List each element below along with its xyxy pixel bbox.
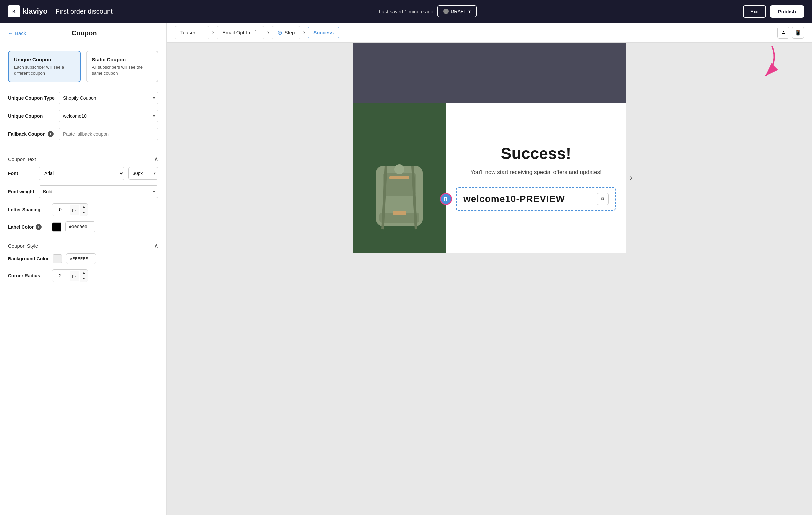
coupon-type-select[interactable]: Shopify Coupon Custom Coupon: [59, 92, 158, 104]
label-color-row: Label Color i #000000: [0, 221, 166, 232]
corner-radius-unit: px: [69, 271, 79, 281]
coupon-style-collapse-icon[interactable]: ∧: [154, 242, 158, 249]
coupon-box-wrapper: 🗑 welcome10-PREVIEW ⧉: [456, 187, 616, 211]
font-weight-row: Font weight Normal Bold Light SemiBold ▾: [0, 185, 166, 198]
svg-rect-8: [389, 176, 409, 179]
label-color-swatch[interactable]: [52, 222, 61, 231]
desktop-icon: 🖥: [781, 30, 786, 36]
static-coupon-card[interactable]: Static Coupon All subscribers will see t…: [86, 51, 158, 82]
corner-radius-up-arrow[interactable]: ▲: [80, 270, 88, 276]
tab-teaser-label: Teaser: [180, 30, 195, 35]
letter-spacing-row: Letter Spacing px ▲ ▼: [0, 203, 166, 216]
tab-arrow-1: ›: [212, 29, 214, 36]
popup-image-background: [353, 103, 446, 253]
label-color-label: Label Color i: [8, 224, 48, 230]
unique-coupon-label: Unique Coupon: [8, 113, 55, 119]
unique-coupon-select-wrapper: welcome10 summer20 fall15 ▾: [59, 110, 158, 122]
preview-area: Success! You'll now start receiving spec…: [167, 42, 812, 515]
side-expand-arrow[interactable]: ›: [630, 173, 633, 182]
tab-teaser[interactable]: Teaser ⋮: [175, 26, 209, 39]
coupon-text-title: Coupon Text: [8, 156, 36, 162]
label-color-hex: #000000: [65, 221, 95, 232]
form-section: Unique Coupon Type Shopify Coupon Custom…: [0, 89, 166, 151]
trash-icon: 🗑: [443, 196, 448, 202]
email-opt-in-dots-icon[interactable]: ⋮: [253, 29, 259, 36]
font-row: Font Arial Georgia Helvetica 20px 24px 3…: [0, 167, 166, 180]
success-subtitle: You'll now start receiving special offer…: [470, 168, 602, 176]
copy-icon: ⧉: [601, 196, 604, 202]
coupon-type-label: Unique Coupon Type: [8, 95, 55, 101]
tab-success-label: Success: [313, 30, 334, 35]
main-layout: ← Back Coupon Unique Coupon Each subscri…: [0, 23, 812, 515]
corner-radius-down-arrow[interactable]: ▼: [80, 276, 88, 282]
logo-text: klaviyo: [23, 7, 48, 16]
bg-color-row: Background Color #EEEEEE: [0, 253, 166, 264]
font-select[interactable]: Arial Georgia Helvetica: [39, 167, 124, 180]
unique-coupon-row: Unique Coupon welcome10 summer20 fall15 …: [8, 110, 158, 122]
static-coupon-desc: All subscribers will see the same coupon: [92, 64, 152, 76]
desktop-view-button[interactable]: 🖥: [777, 27, 789, 39]
coupon-type-row: Unique Coupon Type Shopify Coupon Custom…: [8, 92, 158, 104]
font-size-select[interactable]: 20px 24px 30px 36px: [128, 167, 158, 179]
letter-spacing-input[interactable]: [52, 204, 68, 215]
unique-coupon-select[interactable]: welcome10 summer20 fall15: [59, 110, 158, 122]
copy-coupon-button[interactable]: ⧉: [597, 193, 609, 205]
top-nav: K klaviyo First order discount Last save…: [0, 0, 812, 23]
view-icons: 🖥 📱: [777, 27, 804, 39]
bg-color-label: Background Color: [8, 256, 49, 261]
exit-button[interactable]: Exit: [743, 5, 766, 18]
nav-right: Exit Publish: [743, 5, 804, 18]
letter-spacing-label: Letter Spacing: [8, 207, 48, 212]
coupon-type-row: Unique Coupon Each subscriber will see a…: [0, 44, 166, 89]
font-weight-select-wrapper: Normal Bold Light SemiBold ▾: [39, 185, 158, 198]
letter-spacing-unit: px: [69, 204, 79, 215]
font-weight-label: Font weight: [8, 189, 35, 194]
fallback-coupon-input[interactable]: [59, 127, 158, 140]
tab-email-opt-in-label: Email Opt-In: [223, 30, 250, 35]
corner-radius-input[interactable]: [52, 270, 68, 281]
teaser-dots-icon[interactable]: ⋮: [198, 29, 204, 36]
mobile-view-button[interactable]: 📱: [792, 27, 804, 39]
tab-success[interactable]: Success: [308, 27, 339, 38]
back-arrow-icon: ←: [8, 30, 13, 36]
letter-spacing-down-arrow[interactable]: ▼: [80, 209, 88, 216]
nav-left: K klaviyo First order discount: [8, 5, 113, 17]
unique-coupon-desc: Each subscriber will see a different cou…: [14, 64, 75, 76]
draft-icon: [443, 9, 448, 14]
tab-add-step[interactable]: ⊕ Step: [272, 26, 300, 39]
bg-color-hex: #EEEEEE: [66, 253, 96, 264]
add-step-icon: ⊕: [278, 29, 283, 36]
coupon-preview-text: welcome10-PREVIEW: [463, 194, 565, 204]
backpack-illustration: [366, 146, 433, 246]
back-label: Back: [15, 30, 26, 36]
delete-coupon-button[interactable]: 🗑: [440, 193, 452, 205]
back-link[interactable]: ← Back: [8, 30, 26, 36]
pink-arrow-indicator: [745, 42, 785, 84]
logo-mark: K: [8, 5, 20, 17]
letter-spacing-up-arrow[interactable]: ▲: [80, 203, 88, 209]
font-weight-select[interactable]: Normal Bold Light SemiBold: [39, 185, 158, 198]
panel-title: Coupon: [30, 29, 158, 37]
corner-radius-row: Corner Radius px ▲ ▼: [0, 269, 166, 282]
right-panel: Teaser ⋮ › Email Opt-In ⋮ › ⊕ Step › Suc…: [167, 23, 812, 515]
fallback-coupon-row: Fallback Coupon i: [8, 127, 158, 140]
draft-button[interactable]: DRAFT ▾: [437, 5, 476, 17]
corner-radius-input-group: px ▲ ▼: [52, 269, 88, 282]
tab-email-opt-in[interactable]: Email Opt-In ⋮: [217, 26, 264, 39]
color-info-icon[interactable]: i: [36, 224, 41, 230]
coupon-text-collapse-icon[interactable]: ∧: [154, 155, 158, 163]
font-label: Font: [8, 171, 35, 176]
panel-header: ← Back Coupon: [0, 23, 166, 44]
coupon-box[interactable]: welcome10-PREVIEW ⧉: [456, 187, 616, 211]
fallback-coupon-label: Fallback Coupon i: [8, 131, 55, 137]
publish-button[interactable]: Publish: [770, 5, 804, 18]
tab-arrow-2: ›: [267, 29, 269, 36]
bg-color-swatch[interactable]: [53, 254, 62, 263]
unique-coupon-card[interactable]: Unique Coupon Each subscriber will see a…: [8, 51, 81, 82]
unique-coupon-title: Unique Coupon: [14, 57, 75, 62]
popup-image: [353, 103, 446, 253]
draft-label: DRAFT: [451, 9, 466, 14]
app-title: First order discount: [56, 8, 113, 15]
coupon-style-section-header: Coupon Style ∧: [0, 237, 166, 253]
fallback-info-icon[interactable]: i: [48, 131, 54, 137]
